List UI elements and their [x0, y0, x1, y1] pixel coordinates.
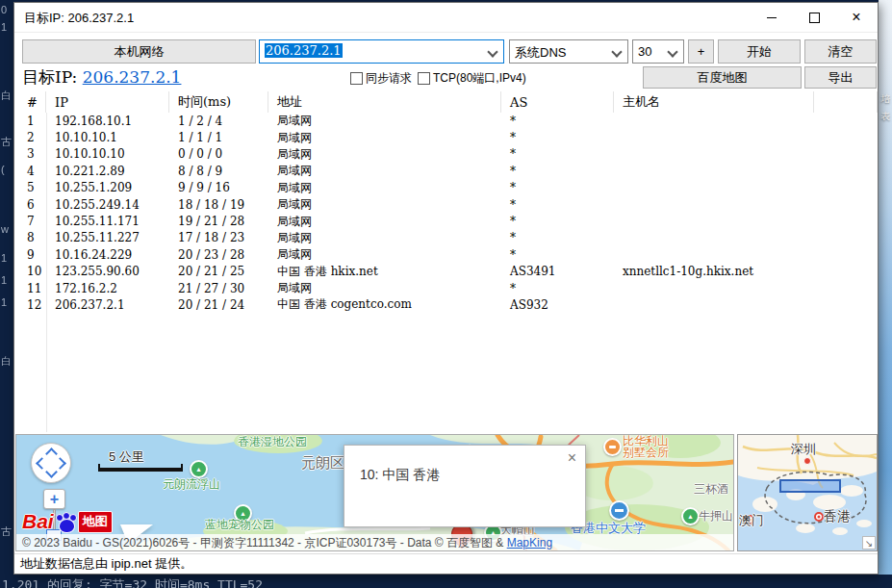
pan-right-icon[interactable]	[54, 457, 66, 470]
table-cell: 局域网	[268, 146, 501, 163]
map-pan-control[interactable]	[31, 443, 71, 483]
table-cell: 1 / 2 / 4	[169, 113, 268, 129]
baidu-logo[interactable]: Bai 地图	[22, 510, 113, 533]
column-header[interactable]: IP	[46, 91, 169, 113]
chevron-down-icon[interactable]	[611, 46, 622, 57]
target-ip-line: 目标IP: 206.237.2.1	[22, 66, 181, 89]
table-cell: 7	[14, 213, 46, 229]
table-cell	[614, 113, 814, 129]
start-button[interactable]: 开始	[718, 39, 801, 64]
table-cell	[814, 246, 878, 263]
table-cell: AS932	[501, 296, 614, 313]
table-cell	[614, 230, 814, 246]
table-row[interactable]: 1192.168.10.11 / 2 / 4局域网*	[14, 113, 878, 129]
mountain-poi-icon[interactable]: ▲	[681, 507, 700, 525]
column-header[interactable]: #	[14, 91, 46, 113]
chevron-down-icon[interactable]	[667, 46, 677, 57]
target-ip-label: 目标IP:	[22, 67, 83, 87]
dns-selected-value: 系统DNS	[515, 44, 566, 62]
mapking-link[interactable]: MapKing	[507, 536, 552, 550]
column-header[interactable]: AS	[501, 91, 614, 113]
table-body: 1192.168.10.11 / 2 / 4局域网* 210.10.10.11 …	[14, 113, 878, 314]
table-cell: 局域网	[268, 113, 501, 129]
table-row[interactable]: 810.255.11.22717 / 18 / 23局域网*	[14, 230, 878, 246]
add-button[interactable]: +	[688, 39, 714, 64]
console-char: w	[1, 223, 9, 235]
table-row[interactable]: 11172.16.2.221 / 27 / 30局域网*	[14, 280, 878, 296]
pan-down-icon[interactable]	[45, 466, 58, 478]
overview-inset-map[interactable]: 深圳 香港 澳门 ↘	[737, 434, 878, 551]
pan-left-icon[interactable]	[36, 457, 48, 470]
close-icon: ×	[852, 10, 860, 25]
column-header[interactable]: 时间(ms)	[169, 91, 268, 113]
baidu-map-button[interactable]: 百度地图	[643, 66, 802, 89]
maximize-button[interactable]	[793, 3, 835, 32]
dns-select[interactable]: 系统DNS	[509, 39, 628, 64]
map-label-three-cups: 三杯酒	[694, 483, 728, 495]
table-row[interactable]: 12206.237.2.120 / 21 / 24中国 香港 cogentco.…	[14, 296, 878, 313]
table-row[interactable]: 610.255.249.1418 / 18 / 19局域网*	[14, 196, 878, 213]
table-row[interactable]: 210.10.10.11 / 1 / 1局域网*	[14, 129, 878, 145]
table-row[interactable]: 10123.255.90.6020 / 21 / 25中国 香港 hkix.ne…	[14, 264, 878, 280]
sync-request-checkbox[interactable]: 同步请求	[350, 70, 412, 87]
table-cell: 局域网	[268, 196, 501, 213]
table-cell: *	[501, 213, 614, 229]
table-cell: 20 / 21 / 25	[169, 264, 268, 280]
chevron-down-icon[interactable]	[487, 46, 497, 57]
table-row[interactable]: 710.255.11.17119 / 21 / 28局域网*	[14, 213, 878, 229]
park-poi-icon[interactable]: ▲	[190, 460, 208, 478]
table-cell: *	[501, 113, 614, 129]
baidu-map-canvas[interactable]: ▲ ▲ ▲ ▲ 香港湿地公园 元朗区 元朗流浮山 蓝地宠物公园 比华利山 别墅会…	[15, 434, 734, 551]
status-bar: 地址数据信息由 ipip.net 提供。	[14, 553, 878, 574]
checkbox-icon[interactable]	[418, 72, 430, 85]
console-char: 1	[1, 252, 7, 264]
map-area: ▲ ▲ ▲ ▲ 香港湿地公园 元朗区 元朗流浮山 蓝地宠物公园 比华利山 别墅会…	[14, 434, 879, 551]
add-icon: +	[698, 44, 705, 59]
table-cell: 局域网	[268, 246, 501, 263]
baidu-logo-text: Bai	[22, 510, 54, 533]
zoom-in-button[interactable]: +	[43, 489, 65, 509]
column-header[interactable]: 地址	[268, 91, 501, 113]
inset-resize-handle[interactable]: ↘	[862, 536, 876, 550]
table-cell: 20 / 23 / 28	[169, 246, 268, 263]
map-label-wetland-park: 香港湿地公园	[238, 436, 307, 447]
target-ip-link[interactable]: 206.237.2.1	[83, 67, 182, 87]
pan-up-icon[interactable]	[45, 447, 58, 460]
table-cell: 6	[14, 196, 46, 213]
table-cell: 10.10.10.10	[46, 146, 169, 163]
max-hops-select[interactable]: 30	[632, 39, 684, 64]
table-row[interactable]: 410.221.2.898 / 8 / 9局域网*	[14, 163, 878, 179]
clear-button[interactable]: 清空	[804, 39, 877, 64]
table-cell	[614, 280, 814, 296]
console-char: 0	[1, 4, 7, 15]
column-header[interactable]: 主机名	[614, 91, 814, 113]
table-cell: *	[501, 163, 614, 179]
table-cell: 8 / 8 / 9	[169, 163, 268, 179]
table-row[interactable]: 310.10.10.100 / 0 / 0局域网*	[14, 146, 878, 163]
popup-close-icon[interactable]: ×	[568, 449, 576, 467]
university-poi-icon[interactable]	[609, 500, 629, 521]
inset-label-macau: 澳门	[739, 512, 764, 529]
console-char: 1	[1, 274, 7, 286]
max-hops-value: 30	[638, 44, 651, 59]
export-button[interactable]: 导出	[804, 66, 877, 89]
column-divider	[46, 113, 47, 432]
table-cell: AS3491	[501, 264, 614, 280]
target-ip-input[interactable]: 206.237.2.1	[259, 39, 504, 64]
tcp-mode-checkbox[interactable]: TCP(80端口,IPv4)	[418, 70, 526, 87]
table-cell: 10.255.249.14	[46, 196, 169, 213]
table-cell: 10.255.11.171	[46, 213, 169, 229]
title-bar[interactable]: 目标IP: 206.237.2.1 ×	[14, 3, 878, 33]
close-button[interactable]: ×	[835, 3, 878, 32]
console-background-left: 0 1 白 古 ( w 1 1 1 白 古	[0, 0, 13, 588]
local-network-button[interactable]: 本机网络	[22, 39, 256, 64]
table-cell: 12	[14, 296, 46, 313]
minimize-icon	[767, 17, 777, 18]
resort-poi-icon[interactable]	[603, 438, 622, 456]
checkbox-icon[interactable]	[350, 72, 363, 85]
table-row[interactable]: 910.16.24.22920 / 23 / 28局域网*	[14, 246, 878, 263]
minimize-button[interactable]	[751, 3, 793, 32]
table-cell: 中国 香港 cogentco.com	[268, 296, 501, 313]
table-row[interactable]: 510.255.1.2099 / 9 / 16局域网*	[14, 180, 878, 196]
console-char: 古	[1, 135, 12, 149]
